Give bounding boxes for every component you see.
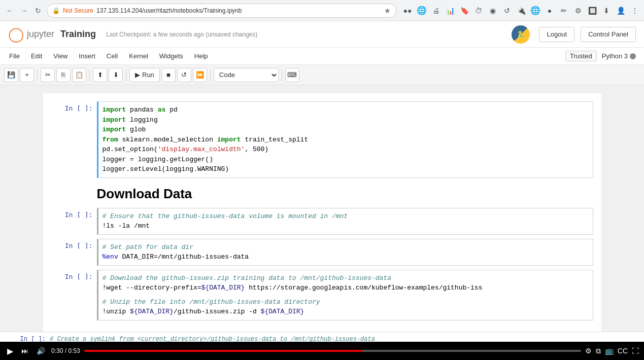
cell-body-1[interactable]: import pandas as pd import logging impor… (97, 101, 593, 178)
code-line-4: from sklearn.model_selection import trai… (103, 135, 589, 145)
menu-bar: File Edit View Insert Cell Kernel Widget… (0, 48, 644, 65)
ext-icon-11[interactable]: ● (545, 6, 555, 16)
ext-icon-5[interactable]: 🔖 (459, 6, 469, 16)
cast-button[interactable]: 📺 (605, 347, 614, 355)
code-line-5: pd.set_option('display.max_colwidth', 50… (103, 145, 589, 155)
paste-button[interactable]: 📋 (72, 68, 86, 82)
jupyter-title-label: jupyter (27, 29, 54, 40)
ext-icon-15[interactable]: ⬇ (601, 6, 612, 16)
chrome-menu-icon[interactable]: ⋮ (630, 6, 640, 16)
skip-button[interactable]: ⏭ (19, 346, 30, 356)
reload-button[interactable]: ↻ (32, 5, 44, 16)
toolbar-separator-2 (89, 69, 90, 81)
add-cell-button[interactable]: + (20, 68, 34, 82)
interrupt-button[interactable]: ■ (161, 68, 176, 82)
code-comment-2: # Set path for data dir (103, 242, 589, 253)
cell-2[interactable]: In [ ]: # Ensure that the github-issues-… (51, 208, 593, 235)
secure-indicator: 🔒 (52, 7, 60, 14)
code-line-1: import pandas as pd (103, 105, 589, 115)
restart-button[interactable]: ↺ (177, 68, 191, 82)
control-panel-button[interactable]: Control Panel (581, 27, 636, 42)
jupyter-logo: ◯ jupyter (8, 26, 54, 43)
code-line-6: logger = logging.getLogger() (103, 155, 589, 165)
ext-icon-3[interactable]: 🖨 (431, 6, 441, 16)
ext-icon-7[interactable]: ◉ (488, 6, 498, 16)
move-up-button[interactable]: ⬆ (93, 68, 107, 82)
run-button[interactable]: ▶ Run (129, 68, 160, 82)
browser-chrome: ← → ↻ 🔒 Not Secure 137.135.114.204/user/… (0, 0, 644, 21)
forward-button[interactable]: → (18, 5, 29, 16)
video-bar: ▶ ⏭ 🔊 0:30 / 0:53 ⚙ ⧉ 📺 CC ⛶ (0, 342, 644, 360)
star-icon[interactable]: ★ (384, 7, 391, 15)
ext-icon-9[interactable]: 🔌 (516, 6, 526, 16)
toolbar-separator-4 (210, 69, 211, 81)
move-down-button[interactable]: ⬇ (109, 68, 123, 82)
ext-icon-10[interactable]: 🌐 (530, 6, 540, 16)
ext-icon-1[interactable]: ●● (402, 6, 413, 16)
menu-widgets[interactable]: Widgets (154, 50, 188, 62)
code-line-8: !ls -la /mnt (103, 221, 589, 231)
cell-prompt-1: In [ ]: (51, 101, 97, 178)
code-line-10: !wget --directory-prefix=${DATA_DIR} htt… (103, 283, 589, 293)
download-data-title: Download Data (97, 186, 593, 202)
cell-3[interactable]: In [ ]: # Set path for data dir %env DAT… (51, 239, 593, 266)
run-all-button[interactable]: ⏩ (193, 68, 207, 82)
cell-prompt-2: In [ ]: (51, 208, 97, 235)
run-label: Run (142, 71, 154, 79)
menu-edit[interactable]: Edit (26, 50, 47, 62)
copy-button[interactable]: ⎘ (56, 68, 71, 82)
code-comment-1: # Ensure that the github-issues-data vol… (103, 211, 589, 222)
cell-body-4[interactable]: # Download the github-issues.zip trainin… (97, 270, 593, 320)
volume-button[interactable]: 🔊 (35, 346, 47, 356)
captions-button[interactable]: CC (618, 347, 628, 355)
play-button[interactable]: ▶ (5, 345, 15, 357)
code-comment-4: # Unzip the file into /mnt/github-issues… (103, 297, 589, 307)
menu-help[interactable]: Help (189, 50, 213, 62)
progress-bar-fill (84, 350, 362, 352)
kernel-name: Python 3 (602, 52, 628, 60)
checkpoint-info: Last Checkpoint: a few seconds ago (unsa… (106, 31, 257, 38)
toolbar-separator-3 (126, 69, 126, 81)
ext-icon-6[interactable]: ⏱ (473, 6, 484, 16)
keyboard-shortcuts-button[interactable]: ⌨ (285, 68, 299, 82)
ext-icon-14[interactable]: 🔲 (587, 6, 597, 16)
logout-button[interactable]: Logout (539, 27, 574, 42)
toolbar-separator-5 (282, 69, 282, 81)
kernel-circle (630, 53, 636, 59)
cell-body-2[interactable]: # Ensure that the github-issues-data vol… (97, 208, 593, 235)
menu-view[interactable]: View (48, 50, 73, 62)
menu-insert[interactable]: Insert (74, 50, 100, 62)
jupyter-header: ◯ jupyter Training Last Checkpoint: a fe… (0, 21, 644, 48)
settings-button[interactable]: ⚙ (585, 347, 592, 355)
ext-icon-16[interactable]: 👤 (616, 6, 626, 16)
address-text: 137.135.114.204/user/ritazh/notebooks/Tr… (96, 7, 381, 14)
code-line-11: !unzip ${DATA_DIR}/github-issues.zip -d … (103, 307, 589, 317)
ext-icon-13[interactable]: ⚙ (573, 6, 583, 16)
cell-type-select[interactable]: Code Markdown Raw NBConvert (214, 68, 279, 82)
trusted-badge: Trusted (565, 51, 597, 61)
cell-body-3[interactable]: # Set path for data dir %env DATA_DIR=/m… (97, 239, 593, 266)
ext-icon-4[interactable]: 📊 (445, 6, 455, 16)
not-secure-label: Not Secure (63, 7, 93, 14)
menu-cell[interactable]: Cell (101, 50, 123, 62)
cell-4[interactable]: In [ ]: # Download the github-issues.zip… (51, 270, 593, 320)
cell-prompt-4: In [ ]: (51, 270, 97, 320)
ext-icon-2[interactable]: 🌐 (417, 6, 427, 16)
cut-button[interactable]: ✂ (41, 68, 55, 82)
fullscreen-button[interactable]: ⛶ (632, 347, 639, 355)
browser-extension-icons: ●● 🌐 🖨 📊 🔖 ⏱ ◉ ↺ 🔌 🌐 ● ✏ ⚙ 🔲 ⬇ 👤 ⋮ (402, 6, 640, 16)
ext-icon-8[interactable]: ↺ (502, 6, 512, 16)
vbar-right: ⚙ ⧉ 📺 CC ⛶ (585, 347, 639, 355)
progress-bar-container[interactable] (84, 350, 581, 352)
menu-kernel[interactable]: Kernel (124, 50, 153, 62)
cell-1[interactable]: In [ ]: import pandas as pd import loggi… (51, 101, 593, 178)
menu-file[interactable]: File (4, 50, 25, 62)
address-bar[interactable]: 🔒 Not Secure 137.135.114.204/user/ritazh… (47, 4, 396, 18)
code-line-3: import glob (103, 125, 589, 135)
pip-button[interactable]: ⧉ (596, 347, 601, 355)
save-button[interactable]: 💾 (4, 68, 18, 82)
ext-icon-12[interactable]: ✏ (559, 6, 569, 16)
code-line-2: import logging (103, 115, 589, 125)
back-button[interactable]: ← (4, 5, 15, 16)
notebook-name[interactable]: Training (60, 29, 96, 40)
